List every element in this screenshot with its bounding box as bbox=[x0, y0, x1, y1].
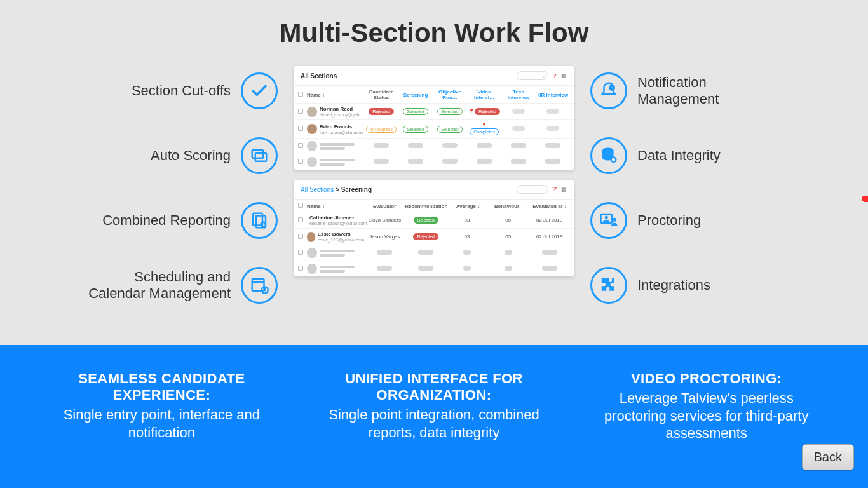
table-row: Catherine Jimenezelesaire_strosin@yahoo.… bbox=[294, 212, 574, 228]
behaviour: 05 bbox=[487, 234, 529, 240]
pin-icon: 📍 bbox=[468, 109, 475, 114]
grid-icon: ▦ bbox=[561, 72, 567, 79]
breadcrumb: All Sections bbox=[301, 72, 517, 79]
calendar-icon bbox=[241, 267, 278, 304]
feature-integrity: Data Integrity bbox=[590, 137, 783, 174]
candidate-email: essie_123@yahoo.com bbox=[318, 238, 364, 242]
breadcrumb-link: All Sections bbox=[301, 186, 334, 193]
screenshot-panels: All Sections ⌕ ⧩ ▦ Name ↓ Candidate Stat… bbox=[294, 66, 574, 304]
edge-indicator bbox=[862, 196, 868, 202]
avatar bbox=[307, 232, 315, 242]
candidate-email: eldred_conroy@yah bbox=[320, 112, 360, 117]
checkbox bbox=[298, 92, 303, 97]
checkbox bbox=[298, 143, 303, 148]
main-content: Section Cut-offs Auto Scoring Combined R… bbox=[0, 48, 868, 304]
svg-point-12 bbox=[612, 158, 615, 161]
table-row: Norman Reedeldred_conroy@yah Rejected Se… bbox=[294, 103, 574, 119]
col-evaluator: Evaluator bbox=[364, 203, 405, 209]
candidate-email: bert_crona@eliana.na bbox=[320, 130, 363, 135]
table-row-placeholder bbox=[294, 138, 574, 154]
checkbox bbox=[298, 266, 303, 271]
stage-pill: Selected bbox=[403, 108, 428, 115]
footer-heading: UNIFIED INTERFACE FOR ORGANIZATION: bbox=[323, 370, 545, 403]
avatar-placeholder bbox=[307, 248, 317, 258]
panel-screening: All Sections > Screening ⌕ ⧩ ▦ Name ↓ Ev… bbox=[294, 180, 574, 276]
footer-col-candidate: SEAMLESS CANDIDATE EXPERIENCE: Single en… bbox=[51, 370, 273, 488]
evaluator: Jason Vargas bbox=[364, 234, 405, 240]
status-pill: Rejected bbox=[369, 108, 394, 115]
page-title: Multi-Section Work Flow bbox=[0, 0, 868, 48]
date: 02 Jul 2018 bbox=[529, 234, 570, 240]
grid-icon: ▦ bbox=[561, 186, 567, 193]
col-behaviour: Behaviour ↓ bbox=[489, 203, 529, 209]
stage-pill bbox=[546, 109, 559, 114]
footer: SEAMLESS CANDIDATE EXPERIENCE: Single en… bbox=[0, 345, 868, 488]
windows-icon bbox=[241, 137, 278, 174]
checkbox bbox=[298, 203, 303, 208]
stage-pill bbox=[512, 109, 525, 114]
avatar-placeholder bbox=[307, 157, 317, 167]
panel-all-sections: All Sections ⌕ ⧩ ▦ Name ↓ Candidate Stat… bbox=[294, 66, 574, 170]
col-name: Name ↓ bbox=[307, 92, 364, 98]
search-input: ⌕ bbox=[517, 185, 548, 194]
panel-header: All Sections ⌕ ⧩ ▦ bbox=[294, 66, 574, 86]
status-pill: In Progress bbox=[366, 126, 397, 133]
feature-reporting: Combined Reporting bbox=[85, 202, 278, 239]
candidate-name: Essie Bowers bbox=[318, 231, 364, 237]
candidate-name: Catherine Jimenez bbox=[309, 215, 367, 220]
panel-actions: ⧩ ▦ bbox=[552, 72, 567, 79]
feature-label: Scheduling and Calendar Management bbox=[85, 269, 231, 302]
feature-scheduling: Scheduling and Calendar Management bbox=[85, 267, 278, 304]
feature-label: Combined Reporting bbox=[102, 212, 231, 229]
feature-cutoffs: Section Cut-offs bbox=[85, 72, 278, 109]
feature-label: Auto Scoring bbox=[151, 147, 231, 164]
stage-pill: Completes bbox=[470, 128, 498, 135]
stage-pill: Selected bbox=[403, 126, 428, 133]
feature-label: Notification Management bbox=[637, 74, 783, 107]
avatar-placeholder bbox=[307, 141, 317, 151]
feature-label: Data Integrity bbox=[637, 147, 721, 164]
table-header: Name ↓ Candidate Status Screening Object… bbox=[294, 86, 574, 103]
avg: 03 bbox=[447, 234, 488, 240]
col-video: Video Intervi… bbox=[467, 89, 501, 100]
footer-col-unified: UNIFIED INTERFACE FOR ORGANIZATION: Sing… bbox=[323, 370, 545, 488]
table-header: Name ↓ Evaluator Recommendation Average … bbox=[294, 200, 574, 212]
feature-notification: Notification Management bbox=[590, 72, 783, 109]
col-objective: Objective Rou… bbox=[433, 89, 467, 100]
puzzle-icon bbox=[590, 267, 627, 304]
col-average: Average ↓ bbox=[447, 203, 488, 209]
features-right: Notification Management Data Integrity P… bbox=[590, 66, 783, 304]
breadcrumb-current: Screening bbox=[341, 186, 372, 193]
rec-pill: Selected bbox=[414, 217, 438, 224]
checkbox bbox=[298, 159, 303, 164]
svg-point-15 bbox=[613, 218, 616, 222]
filter-icon: ⧩ bbox=[552, 186, 559, 193]
search-input: ⌕ bbox=[517, 71, 548, 80]
table-row-placeholder bbox=[294, 245, 574, 261]
pin-icon: 📍 bbox=[481, 123, 487, 128]
candidate-email: elesaire_strosin@yahoo.com bbox=[309, 221, 367, 226]
table-row-placeholder bbox=[294, 261, 574, 276]
back-button[interactable]: Back bbox=[802, 444, 854, 470]
stage-pill: Selected bbox=[437, 108, 462, 115]
col-name: Name ↓ bbox=[307, 203, 364, 209]
candidate-name: Norman Reed bbox=[320, 106, 360, 112]
col-tech: Tech Interview bbox=[501, 89, 536, 100]
database-icon bbox=[590, 137, 627, 174]
table-row: Brian Francisbert_crona@eliana.na In Pro… bbox=[294, 119, 574, 138]
svg-point-9 bbox=[611, 86, 613, 89]
avatar bbox=[307, 107, 317, 117]
date: 02 Jul 2018 bbox=[529, 217, 570, 223]
feature-integrations: Integrations bbox=[590, 267, 783, 304]
avg: 03 bbox=[447, 217, 488, 223]
documents-icon bbox=[241, 202, 278, 239]
col-status: Candidate Status bbox=[364, 89, 398, 100]
panel-header: All Sections > Screening ⌕ ⧩ ▦ bbox=[294, 180, 574, 200]
breadcrumb: All Sections > Screening bbox=[301, 186, 517, 193]
bell-icon bbox=[590, 72, 627, 109]
stage-pill: Rejected bbox=[475, 108, 500, 115]
candidate-name: Brian Francis bbox=[320, 124, 363, 130]
footer-text: Single entry point, interface and notifi… bbox=[51, 406, 273, 441]
feature-scoring: Auto Scoring bbox=[85, 137, 278, 174]
footer-text: Leverage Talview's peerless proctoring s… bbox=[595, 390, 817, 442]
